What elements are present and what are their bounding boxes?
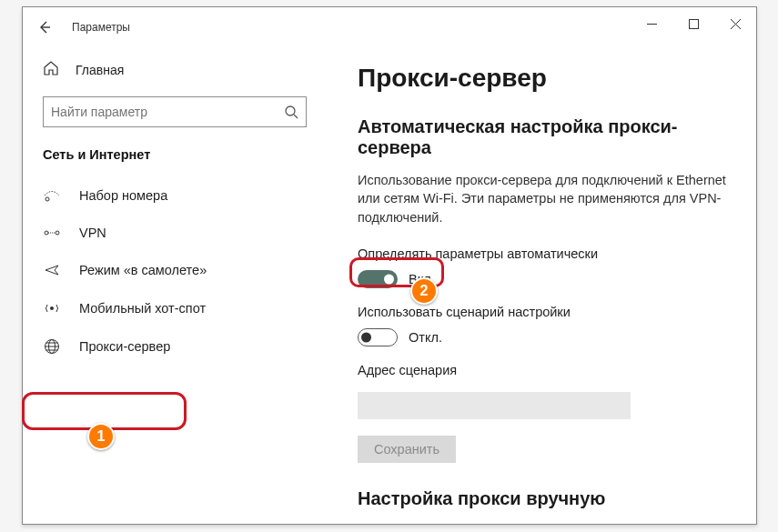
nav-item-vpn[interactable]: VPN [23,215,332,251]
address-label: Адрес сценария [358,363,731,377]
nav-item-airplane[interactable]: Режим «в самолете» [23,251,332,289]
save-button[interactable]: Сохранить [358,436,456,463]
minimize-icon [647,19,657,29]
page-title: Прокси-сервер [358,64,731,93]
script-state: Откл. [409,330,442,345]
svg-point-5 [50,306,54,310]
back-button[interactable] [35,18,54,36]
home-link[interactable]: Главная [23,55,332,96]
nav-item-proxy[interactable]: Прокси-сервер [23,327,332,366]
maximize-button[interactable] [672,7,714,40]
close-icon [731,19,741,29]
svg-point-2 [45,197,49,201]
home-icon [43,60,59,80]
annotation-badge-1: 1 [87,423,115,450]
nav-list: Набор номера VPN Режим «в самолете» Моби… [23,176,332,366]
script-label: Использовать сценарий настройки [358,305,731,319]
arrow-left-icon [37,20,52,35]
nav-label: Режим «в самолете» [79,263,207,277]
globe-icon [43,338,61,355]
script-address-input[interactable] [358,392,631,419]
vpn-icon [43,226,61,239]
minimize-button[interactable] [631,7,672,40]
auto-section-desc: Использование прокси-сервера для подключ… [358,171,731,226]
script-toggle[interactable] [358,328,398,346]
dialup-icon [43,187,61,204]
manual-section-title: Настройка прокси вручную [358,488,731,509]
svg-point-4 [56,231,59,235]
nav-label: Прокси-сервер [79,339,170,354]
category-title: Сеть и Интернет [23,147,332,176]
window-title: Параметры [72,21,130,34]
detect-toggle[interactable] [358,270,398,288]
auto-section-title: Автоматическая настройка прокси-сервера [358,116,731,158]
search-input[interactable] [51,105,284,119]
nav-label: Набор номера [79,188,167,203]
close-button[interactable] [714,7,756,40]
svg-point-1 [286,106,295,115]
nav-item-dialup[interactable]: Набор номера [23,176,332,215]
svg-point-3 [45,231,48,235]
titlebar: Параметры [23,7,756,47]
airplane-icon [43,262,61,278]
detect-label: Определять параметры автоматически [358,246,731,261]
maximize-icon [689,19,699,29]
settings-window: Параметры Главная [22,6,757,525]
annotation-badge-2: 2 [410,277,438,305]
nav-label: VPN [79,226,106,240]
svg-rect-0 [689,19,698,28]
nav-item-hotspot[interactable]: Мобильный хот-спот [23,289,332,327]
nav-label: Мобильный хот-спот [79,301,206,316]
search-icon [284,105,298,119]
home-label: Главная [76,63,124,77]
sidebar: Главная Сеть и Интернет Набор номера VPN [23,47,332,524]
hotspot-icon [43,300,61,316]
search-input-container[interactable] [43,96,307,127]
content-pane: Прокси-сервер Автоматическая настройка п… [332,47,756,524]
